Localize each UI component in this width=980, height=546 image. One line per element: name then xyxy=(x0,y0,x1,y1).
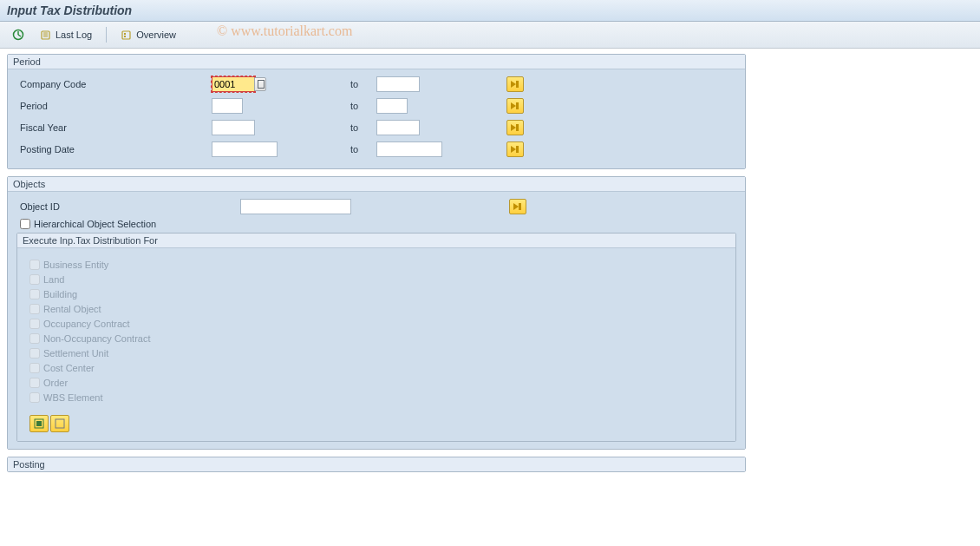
period-panel-body: Company Code to Period to Fiscal Year to xyxy=(8,69,745,168)
deselect-all-icon xyxy=(55,418,65,429)
fiscal-year-to-input[interactable] xyxy=(376,120,420,135)
svg-line-2 xyxy=(18,35,21,36)
row-company-code: Company Code to xyxy=(16,75,736,94)
label-building: Building xyxy=(43,289,77,299)
content-area: Period Company Code to Period to Fiscal … xyxy=(0,49,980,477)
last-log-button[interactable]: Last Log xyxy=(35,27,97,43)
period-to-input[interactable] xyxy=(376,98,408,114)
company-code-to-input[interactable] xyxy=(376,76,420,92)
execute-button[interactable] xyxy=(7,27,29,43)
label-business-entity: Business Entity xyxy=(43,260,108,270)
multi-select-button[interactable] xyxy=(509,199,526,214)
posting-panel: Posting xyxy=(7,457,746,472)
hierarchical-checkbox[interactable] xyxy=(20,219,30,229)
svg-rect-7 xyxy=(122,31,130,39)
label-settlement-unit: Settlement Unit xyxy=(43,348,108,359)
to-label: to xyxy=(350,122,376,133)
label-order: Order xyxy=(43,378,68,388)
check-land xyxy=(29,274,40,285)
svg-rect-17 xyxy=(56,419,64,428)
select-all-button[interactable] xyxy=(29,415,49,432)
label-occupancy-contract: Occupancy Contract xyxy=(43,319,130,329)
execute-for-subpanel: Execute Inp.Tax Distribution For Busines… xyxy=(16,233,736,442)
check-business-entity xyxy=(29,260,40,270)
company-code-from-input[interactable] xyxy=(212,76,255,92)
svg-rect-10 xyxy=(516,81,519,88)
overview-button[interactable]: Overview xyxy=(115,27,181,43)
label-rental-object: Rental Object xyxy=(43,304,101,314)
last-log-label: Last Log xyxy=(56,30,92,40)
deselect-all-button[interactable] xyxy=(50,415,69,432)
multi-select-button[interactable] xyxy=(506,120,524,135)
multi-select-button[interactable] xyxy=(506,98,524,114)
label-company-code: Company Code xyxy=(16,79,212,89)
row-period: Period to xyxy=(16,96,736,115)
period-panel: Period Company Code to Period to Fiscal … xyxy=(7,54,746,169)
log-icon xyxy=(40,29,52,41)
objects-panel-body: Object ID Hierarchical Object Selection … xyxy=(8,192,745,449)
period-panel-title: Period xyxy=(8,55,745,69)
label-posting-date: Posting Date xyxy=(16,144,212,155)
label-object-id: Object ID xyxy=(16,201,240,212)
row-fiscal-year: Fiscal Year to xyxy=(16,118,736,137)
label-cost-center: Cost Center xyxy=(43,363,95,373)
select-buttons xyxy=(29,415,723,432)
svg-rect-9 xyxy=(124,36,126,37)
toolbar: Last Log Overview © www.tutorialkart.com xyxy=(0,22,980,49)
multi-select-button[interactable] xyxy=(506,141,524,157)
svg-rect-16 xyxy=(36,421,42,426)
hierarchical-checkbox-row: Hierarchical Object Selection xyxy=(20,219,736,229)
page-title: Input Tax Distribution xyxy=(7,3,973,17)
svg-rect-13 xyxy=(516,146,519,153)
objects-panel: Objects Object ID Hierarchical Object Se… xyxy=(7,176,746,450)
fiscal-year-from-input[interactable] xyxy=(212,120,255,135)
to-label: to xyxy=(350,144,376,155)
posting-date-to-input[interactable] xyxy=(376,141,442,157)
svg-rect-8 xyxy=(124,33,126,35)
check-order xyxy=(29,378,40,388)
check-building xyxy=(29,289,40,299)
label-period: Period xyxy=(16,101,212,111)
check-cost-center xyxy=(29,363,40,373)
svg-rect-12 xyxy=(516,124,519,131)
svg-rect-14 xyxy=(519,203,521,210)
select-all-icon xyxy=(34,418,44,429)
label-wbs-element: WBS Element xyxy=(43,392,102,403)
posting-panel-title: Posting xyxy=(8,457,745,471)
label-non-occupancy-contract: Non-Occupancy Contract xyxy=(43,333,151,344)
check-wbs-element xyxy=(29,392,40,403)
f4-help-icon[interactable] xyxy=(254,77,266,91)
check-settlement-unit xyxy=(29,348,40,359)
execute-for-title: Execute Inp.Tax Distribution For xyxy=(17,234,735,248)
check-non-occupancy-contract xyxy=(29,333,40,344)
svg-rect-11 xyxy=(516,102,519,109)
header: Input Tax Distribution xyxy=(0,0,980,22)
multi-select-button[interactable] xyxy=(506,76,524,92)
row-object-id: Object ID xyxy=(16,197,736,216)
row-posting-date: Posting Date to xyxy=(16,140,736,159)
period-from-input[interactable] xyxy=(212,98,243,114)
label-land: Land xyxy=(43,274,64,285)
hierarchical-label: Hierarchical Object Selection xyxy=(34,219,156,229)
check-rental-object xyxy=(29,304,40,314)
objects-panel-title: Objects xyxy=(8,177,745,192)
overview-label: Overview xyxy=(136,30,176,40)
label-fiscal-year: Fiscal Year xyxy=(16,122,212,133)
to-label: to xyxy=(350,101,376,111)
toolbar-divider xyxy=(106,27,107,43)
execute-for-body: Business Entity Land Building Rental Obj… xyxy=(17,248,735,441)
overview-icon xyxy=(121,29,133,41)
watermark: © www.tutorialkart.com xyxy=(217,23,352,39)
check-occupancy-contract xyxy=(29,319,40,329)
to-label: to xyxy=(350,79,376,89)
execute-icon xyxy=(12,29,24,41)
posting-date-from-input[interactable] xyxy=(212,141,278,157)
object-id-input[interactable] xyxy=(240,199,351,214)
